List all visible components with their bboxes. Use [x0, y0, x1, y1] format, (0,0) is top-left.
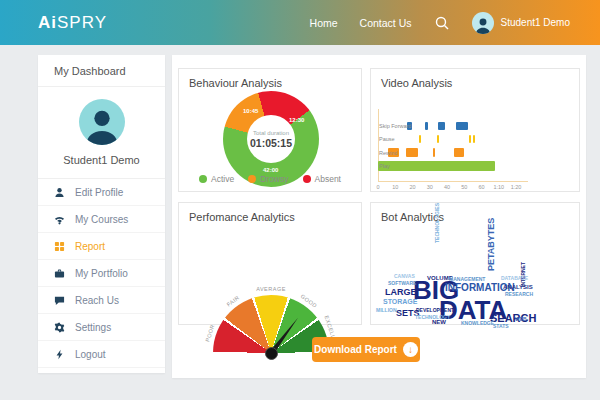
timeline-x-tick: 0: [376, 184, 379, 190]
timeline-row-label: Skip Forward: [379, 123, 411, 129]
timeline-bar: [437, 135, 439, 143]
download-arrow-icon: ↓: [403, 342, 418, 357]
legend-dot: [199, 175, 207, 183]
timeline-x-tick: 1:10: [493, 184, 504, 190]
brand-logo[interactable]: AiSPRY: [38, 13, 107, 33]
gauge-needle-hub: [265, 347, 278, 360]
timeline-bar: [419, 135, 421, 143]
wifi-icon: [53, 213, 65, 225]
timeline-x-tick: 10: [392, 184, 398, 190]
wordcloud-word: TECHNOLOGIES: [435, 203, 440, 243]
donut-drowsy-value: 10:45: [243, 108, 258, 114]
wordcloud-word: RESEARCH: [505, 292, 533, 297]
video-analysis-card: Video Analysis Skip ForwardPauseRewindPl…: [370, 68, 580, 192]
nav-link-contact-us[interactable]: Contact Us: [360, 17, 412, 29]
timeline-bar: [473, 135, 475, 143]
legend-label: Active: [211, 174, 234, 184]
timeline-x-tick: 30: [427, 184, 433, 190]
timeline-x-tick: 20: [409, 184, 415, 190]
wordcloud-word: LARGE: [385, 288, 417, 297]
timeline-bar: [433, 148, 435, 157]
timeline-x-tick: 60: [478, 184, 484, 190]
top-navbar: AiSPRY Home Contact Us Student1 Demo: [0, 0, 600, 45]
legend-item-drowsy: Drowsy: [248, 174, 288, 184]
video-timeline-chart[interactable]: Skip ForwardPauseRewindPlay0102030405060…: [371, 69, 579, 191]
behaviour-card-title: Behaviour Analysis: [179, 69, 361, 89]
legend-dot: [248, 175, 256, 183]
donut-legend: Active Drowsy Absent: [179, 174, 361, 184]
timeline-row-label: Play: [379, 163, 390, 169]
sidebar-item-edit-profile[interactable]: Edit Profile: [38, 179, 165, 206]
wordcloud-word: WEB: [515, 317, 527, 322]
donut-absent-value: 12:30: [289, 117, 304, 123]
timeline-bar: [469, 135, 471, 143]
gear-icon: [53, 321, 65, 333]
sidebar-item-label: Edit Profile: [75, 187, 123, 198]
performance-card-title: Perfomance Analytics: [179, 203, 361, 223]
wordcloud-word: DATABASE: [501, 276, 528, 281]
performance-gauge-chart[interactable]: POORFAIRAVERAGEGOODEXCELLENT: [179, 243, 363, 326]
sidebar-item-label: Settings: [75, 322, 111, 333]
brand-logo-spry: SPRY: [57, 13, 107, 32]
sidebar-profile: Student1 Demo: [38, 87, 165, 179]
sidebar-item-label: Reach Us: [75, 295, 119, 306]
wordcloud-word: STATS: [493, 324, 509, 329]
wordcloud-word: MANAGEMENT: [449, 277, 485, 282]
timeline-bar: [425, 122, 428, 130]
timeline-x-tick: 1:20: [511, 184, 522, 190]
brand-logo-ai: Ai: [38, 13, 57, 32]
briefcase-icon: [53, 267, 65, 279]
nav-link-home[interactable]: Home: [310, 17, 338, 29]
sidebar: My Dashboard Student1 Demo Edit ProfileM…: [38, 55, 165, 373]
timeline-x-tick: 50: [461, 184, 467, 190]
donut-center: Total duration 01:05:15: [247, 115, 295, 163]
timeline-bar: [456, 122, 468, 130]
wordcloud-word: PETABYTES: [487, 218, 496, 271]
timeline-y-axis: [378, 109, 379, 182]
download-report-button[interactable]: Download Report ↓: [312, 337, 420, 362]
sidebar-item-my-courses[interactable]: My Courses: [38, 206, 165, 233]
timeline-bar: [378, 161, 495, 171]
legend-item-active: Active: [199, 174, 234, 184]
sidebar-menu: Edit ProfileMy CoursesReportMy Portfolio…: [38, 179, 165, 368]
search-icon[interactable]: [434, 15, 450, 31]
wordcloud-word: KNOWLEDGE: [461, 321, 494, 326]
wordcloud-word: NEW: [432, 319, 446, 325]
main-content: Behaviour Analysis 10:45 12:30 42:00 Tot…: [172, 55, 586, 378]
donut-center-value: 01:05:15: [250, 137, 292, 149]
sidebar-item-reach-us[interactable]: Reach Us: [38, 287, 165, 314]
timeline-x-axis: [378, 181, 528, 182]
timeline-bar: [438, 122, 445, 130]
wordcloud-word: MILLION: [376, 308, 397, 313]
sidebar-title: My Dashboard: [38, 55, 165, 87]
sidebar-item-my-portfolio[interactable]: My Portfolio: [38, 260, 165, 287]
behaviour-donut-chart[interactable]: 10:45 12:30 42:00 Total duration 01:05:1…: [223, 91, 319, 187]
sidebar-item-settings[interactable]: Settings: [38, 314, 165, 341]
sidebar-item-logout[interactable]: Logout: [38, 341, 165, 368]
nav-user-menu[interactable]: Student1 Demo: [472, 12, 571, 34]
sidebar-item-label: Logout: [75, 349, 106, 360]
donut-active-value: 42:00: [263, 167, 278, 173]
wordcloud-word: SOFTWARE: [388, 281, 416, 286]
legend-item-absent: Absent: [303, 174, 341, 184]
donut-center-caption: Total duration: [253, 130, 289, 136]
nav-user-name: Student1 Demo: [501, 17, 571, 28]
legend-dot: [303, 175, 311, 183]
timeline-row-label: Rewind: [379, 150, 397, 156]
sidebar-item-report[interactable]: Report: [38, 233, 165, 260]
sidebar-user-name: Student1 Demo: [38, 154, 165, 166]
legend-label: Drowsy: [260, 174, 288, 184]
timeline-x-tick: 40: [444, 184, 450, 190]
sidebar-item-label: Report: [75, 241, 105, 252]
wordcloud-word: DEVELOPMENT: [416, 308, 454, 313]
bot-analytics-card: Bot Analytics BIGDATAINFORMATIONPETABYTE…: [370, 202, 580, 325]
gauge-segment-label: AVERAGE: [256, 286, 286, 292]
bot-card-title: Bot Analytics: [371, 203, 579, 223]
timeline-bar: [454, 148, 464, 157]
performance-analytics-card: Perfomance Analytics POORFAIRAVERAGEGOOD…: [178, 202, 362, 325]
timeline-bar: [406, 148, 418, 157]
timeline-row-label: Pause: [379, 136, 395, 142]
sidebar-item-label: My Courses: [75, 214, 128, 225]
bot-wordcloud: BIGDATAINFORMATIONPETABYTESSEARCHANALYSI…: [375, 229, 575, 324]
avatar: [472, 12, 494, 34]
